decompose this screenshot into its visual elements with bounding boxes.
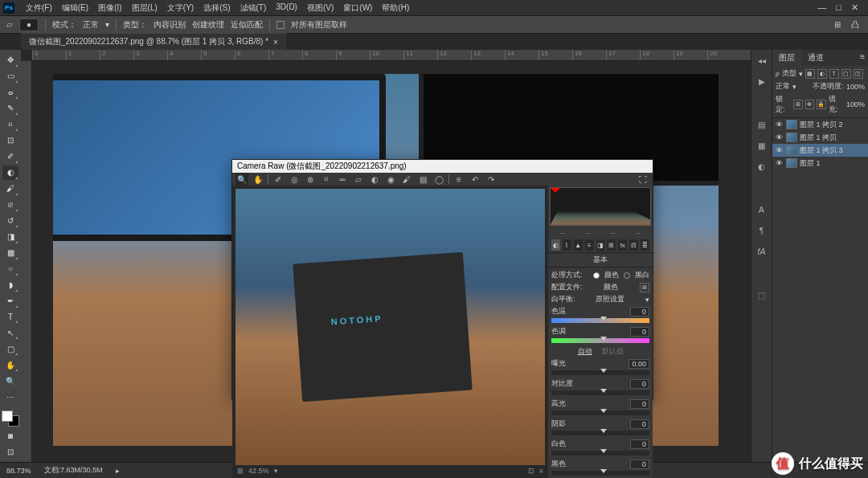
edit-toolbar[interactable]: ⋯ [2, 390, 18, 404]
history-panel-icon[interactable]: ▶ [755, 74, 769, 88]
exposure-value[interactable]: 0.00 [628, 359, 649, 369]
opt-content-aware[interactable]: 内容识别 [154, 19, 186, 31]
exposure-slider[interactable] [551, 370, 649, 375]
layer-row[interactable]: 👁图层 1 拷贝 3 [772, 144, 868, 157]
menu-item[interactable]: 滤镜(T) [235, 1, 272, 15]
sample-all-layers-checkbox[interactable] [276, 21, 285, 29]
opt-proximity[interactable]: 近似匹配 [231, 19, 263, 31]
quickmask-toggle[interactable]: ◙ [2, 428, 18, 443]
ruler-vertical[interactable] [21, 61, 32, 462]
layer-row[interactable]: 👁图层 1 拷贝 [772, 131, 868, 144]
brush-preset[interactable]: ● [19, 18, 39, 31]
filter-text-icon[interactable]: T [829, 69, 839, 79]
cr-fullscreen-icon[interactable]: ⛶ [637, 173, 649, 186]
shadows-value[interactable]: 0 [630, 419, 649, 429]
text-tool[interactable]: T [2, 310, 18, 325]
menu-item[interactable]: 编辑(E) [57, 1, 93, 15]
cr-hand-tool[interactable]: ✋ [252, 173, 264, 186]
lasso-tool[interactable]: ⴰ [2, 85, 18, 100]
tint-value[interactable]: 0 [630, 327, 649, 337]
whites-value[interactable]: 0 [630, 439, 649, 449]
highlights-slider[interactable] [551, 411, 649, 415]
radio-color[interactable] [593, 272, 600, 279]
layer-thumbnail[interactable] [786, 158, 797, 168]
opt-create-texture[interactable]: 创建纹理 [192, 19, 224, 31]
adjustments-panel-icon[interactable]: ◐ [755, 159, 769, 174]
maximize-button[interactable]: □ [836, 2, 841, 13]
histogram[interactable] [550, 187, 651, 226]
blur-tool[interactable]: ○ [2, 262, 18, 276]
cr-tab-detail[interactable]: ▲ [574, 239, 583, 251]
3d-panel-icon[interactable]: ⬚ [755, 288, 769, 302]
share-icon[interactable]: 凸 [849, 18, 862, 31]
cr-target-adjust-tool[interactable]: ⊕ [304, 173, 317, 186]
menu-item[interactable]: 文件(F) [21, 1, 57, 15]
minimize-button[interactable]: — [817, 2, 826, 13]
brush-tool[interactable]: 🖌 [2, 182, 18, 196]
panel-menu-icon[interactable]: ≡ [857, 50, 868, 66]
profile-select[interactable]: 颜色 [604, 282, 618, 292]
blacks-value[interactable]: 0 [630, 460, 649, 469]
eyedropper-tool[interactable]: ✐ [2, 149, 18, 164]
close-button[interactable]: ✕ [851, 2, 858, 13]
cr-zoom-tool[interactable]: 🔍 [235, 173, 248, 186]
layer-thumbnail[interactable] [786, 145, 797, 155]
mode-select[interactable]: 正常 [83, 19, 99, 31]
dodge-tool[interactable]: ◗ [2, 278, 18, 292]
visibility-toggle[interactable]: 👁 [774, 133, 784, 141]
menu-item[interactable]: 帮助(H) [377, 1, 414, 15]
character-panel-icon[interactable]: A [755, 202, 769, 217]
contrast-value[interactable]: 0 [630, 379, 649, 389]
cr-radial-tool[interactable]: ◯ [432, 173, 445, 186]
cr-redeye-tool[interactable]: ◉ [384, 173, 397, 186]
cr-wb-tool[interactable]: ✐ [272, 173, 285, 186]
shape-tool[interactable]: ▢ [2, 341, 18, 356]
blend-mode-select[interactable]: 正常 [776, 81, 790, 92]
path-select-tool[interactable]: ↖ [2, 325, 18, 340]
menu-item[interactable]: 文字(Y) [162, 1, 199, 15]
default-button[interactable]: 默认值 [602, 346, 624, 357]
stamp-tool[interactable]: ⎚ [2, 198, 18, 212]
profile-browse-icon[interactable]: ⊞ [640, 283, 649, 292]
lock-pixels-icon[interactable]: ⊞ [793, 100, 802, 109]
cr-straighten-tool[interactable]: ═ [336, 173, 349, 186]
gradient-tool[interactable]: ▦ [2, 246, 18, 260]
blacks-slider[interactable] [551, 471, 649, 476]
history-brush-tool[interactable]: ↺ [2, 214, 18, 228]
layer-row[interactable]: 👁图层 1 [772, 157, 868, 170]
move-tool[interactable]: ✥ [2, 53, 18, 67]
menu-item[interactable]: 3D(D) [271, 1, 302, 15]
filter-shape-icon[interactable]: ▢ [841, 69, 851, 79]
menu-item[interactable]: 图像(I) [93, 1, 126, 15]
menu-item[interactable]: 窗口(W) [338, 1, 377, 15]
highlights-value[interactable]: 0 [630, 399, 649, 409]
radio-bw[interactable] [624, 272, 630, 279]
lock-all-icon[interactable]: 🔒 [817, 100, 825, 109]
cr-transform-tool[interactable]: ▱ [352, 173, 365, 186]
contrast-slider[interactable] [551, 390, 649, 395]
tint-slider[interactable] [551, 338, 649, 343]
color-swatches[interactable] [2, 411, 19, 427]
tab-close-icon[interactable]: × [273, 38, 278, 47]
cr-tab-basic[interactable]: ◐ [551, 239, 560, 251]
paragraph-panel-icon[interactable]: ¶ [755, 223, 769, 238]
zoom-tool[interactable]: 🔍 [2, 374, 18, 388]
swatches-panel-icon[interactable]: ▦ [755, 138, 769, 153]
glyphs-panel-icon[interactable]: fA [755, 244, 769, 259]
shadows-slider[interactable] [551, 431, 649, 435]
cr-tab-split[interactable]: ◨ [596, 239, 605, 251]
layer-thumbnail[interactable] [786, 120, 797, 129]
frame-tool[interactable]: ⊡ [2, 133, 18, 148]
screenmode-toggle[interactable]: ⊡ [2, 444, 18, 459]
document-tab[interactable]: 微信截图_20220902212637.png @ 88.7% (图层 1 拷贝… [21, 33, 286, 50]
cr-zoom-value[interactable]: 42.5% [248, 467, 269, 475]
wb-select[interactable]: 原照设置 [596, 294, 624, 304]
cr-preview-image[interactable] [235, 189, 545, 465]
filter-smart-icon[interactable]: ◫ [854, 69, 863, 79]
cr-compare-icon[interactable]: ⊡ [528, 467, 534, 475]
menu-item[interactable]: 选择(S) [199, 1, 235, 15]
layer-row[interactable]: 👁图层 1 拷贝 2 [772, 118, 868, 131]
visibility-toggle[interactable]: 👁 [774, 146, 784, 154]
cr-color-sampler-tool[interactable]: ◎ [288, 173, 301, 186]
pen-tool[interactable]: ✒ [2, 294, 18, 308]
